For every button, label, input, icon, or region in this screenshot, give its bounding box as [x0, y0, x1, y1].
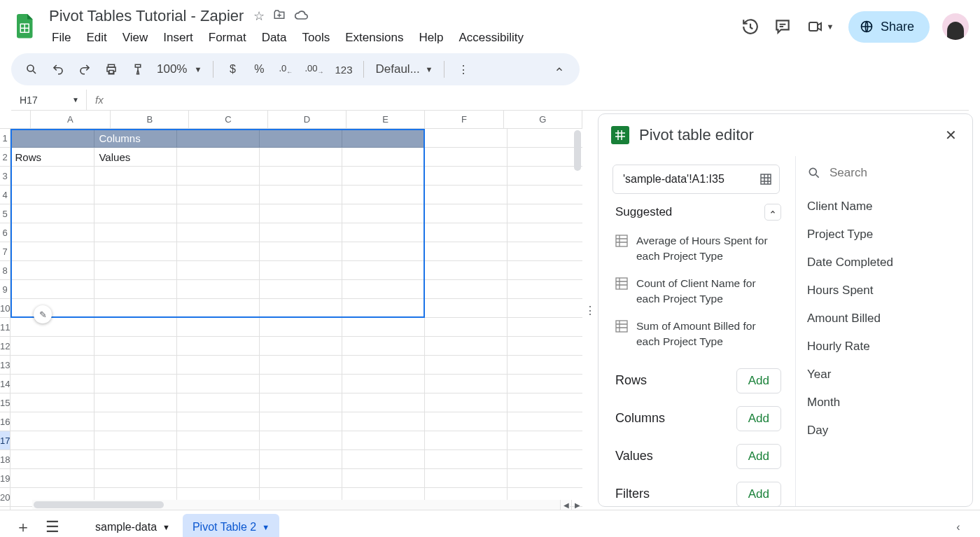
cell-D19[interactable]: [260, 469, 342, 488]
format-currency[interactable]: $: [222, 57, 243, 81]
cell-G4[interactable]: [507, 186, 582, 204]
menu-file[interactable]: File: [45, 28, 78, 48]
col-header-F[interactable]: F: [425, 111, 503, 128]
cell-A17[interactable]: [10, 431, 94, 450]
cell-F9[interactable]: [425, 280, 507, 299]
undo-icon[interactable]: [48, 57, 69, 81]
cell-A15[interactable]: [10, 393, 94, 412]
menu-extensions[interactable]: Extensions: [338, 28, 410, 48]
history-icon[interactable]: [741, 17, 760, 36]
field-month[interactable]: Month: [807, 389, 961, 417]
cell-B2[interactable]: Values: [94, 148, 177, 167]
zoom-select[interactable]: 100%▼: [154, 57, 204, 81]
sheets-logo[interactable]: [11, 13, 39, 41]
font-select[interactable]: Defaul...▼: [372, 57, 435, 81]
cell-A1[interactable]: [10, 129, 94, 148]
cell-A14[interactable]: [10, 375, 94, 393]
cell-G7[interactable]: [507, 242, 582, 261]
cell-G17[interactable]: [507, 431, 582, 450]
field-hours-spent[interactable]: Hours Spent: [807, 277, 961, 305]
document-title[interactable]: Pivot Tables Tutorial - Zapier: [45, 6, 248, 27]
vertical-scrollbar[interactable]: [574, 130, 581, 171]
cell-D13[interactable]: [260, 356, 342, 375]
row-header-11[interactable]: 11: [0, 318, 10, 337]
cell-E10[interactable]: [342, 299, 425, 318]
col-header-A[interactable]: A: [31, 111, 111, 128]
decrease-decimal-icon[interactable]: .0←: [275, 57, 296, 81]
cell-D10[interactable]: [260, 299, 342, 318]
row-header-16[interactable]: 16: [0, 412, 10, 431]
cell-G11[interactable]: [507, 318, 582, 337]
cell-E13[interactable]: [342, 356, 425, 375]
col-header-D[interactable]: D: [268, 111, 346, 128]
cell-A2[interactable]: Rows: [10, 148, 94, 167]
row-header-7[interactable]: 7: [0, 242, 10, 261]
cell-E8[interactable]: [342, 261, 425, 280]
cell-F8[interactable]: [425, 261, 507, 280]
cell-G18[interactable]: [507, 450, 582, 469]
cell-E16[interactable]: [342, 412, 425, 431]
field-amount-billed[interactable]: Amount Billed: [807, 305, 961, 333]
suggestion-2[interactable]: Count of Client Name for each Project Ty…: [612, 270, 784, 313]
cell-B3[interactable]: [94, 167, 177, 186]
suggestion-1[interactable]: Average of Hours Spent for each Project …: [612, 228, 784, 270]
menu-edit[interactable]: Edit: [79, 28, 113, 48]
increase-decimal-icon[interactable]: .00→: [302, 57, 326, 81]
cell-C2[interactable]: [177, 148, 260, 167]
cell-D8[interactable]: [260, 261, 342, 280]
cell-D14[interactable]: [260, 375, 342, 393]
cell-B18[interactable]: [94, 450, 177, 469]
field-date-completed[interactable]: Date Completed: [807, 249, 961, 277]
cell-F15[interactable]: [425, 393, 507, 412]
cell-F3[interactable]: [425, 167, 507, 186]
cell-D2[interactable]: [260, 148, 342, 167]
field-year[interactable]: Year: [807, 361, 961, 389]
select-range-icon[interactable]: [760, 173, 772, 186]
col-header-G[interactable]: G: [504, 111, 582, 128]
cell-B15[interactable]: [94, 393, 177, 412]
name-box[interactable]: H17▼: [11, 90, 87, 110]
format-percent[interactable]: %: [248, 57, 270, 81]
cell-F6[interactable]: [425, 223, 507, 242]
cell-D7[interactable]: [260, 242, 342, 261]
row-header-19[interactable]: 19: [0, 469, 10, 488]
cell-A12[interactable]: [10, 337, 94, 356]
cell-A5[interactable]: [10, 204, 94, 223]
row-header-6[interactable]: 6: [0, 223, 10, 242]
cell-E4[interactable]: [342, 186, 425, 204]
cell-A8[interactable]: [10, 261, 94, 280]
cell-C9[interactable]: [177, 280, 260, 299]
search-menus-icon[interactable]: [21, 57, 42, 81]
add-sheet-icon[interactable]: ＋: [10, 514, 36, 538]
cell-E3[interactable]: [342, 167, 425, 186]
cell-G1[interactable]: [507, 129, 582, 148]
share-button[interactable]: Share: [848, 11, 930, 43]
cell-E7[interactable]: [342, 242, 425, 261]
cell-D4[interactable]: [260, 186, 342, 204]
cell-E5[interactable]: [342, 204, 425, 223]
print-icon[interactable]: [101, 57, 122, 81]
field-day[interactable]: Day: [807, 417, 961, 445]
cell-E15[interactable]: [342, 393, 425, 412]
cell-A16[interactable]: [10, 412, 94, 431]
sheet-tab-sample-data[interactable]: sample-data▼: [85, 514, 180, 538]
cell-F10[interactable]: [425, 299, 507, 318]
cell-F7[interactable]: [425, 242, 507, 261]
cell-A6[interactable]: [10, 223, 94, 242]
add-columns-button[interactable]: Add: [736, 406, 781, 431]
cell-F19[interactable]: [425, 469, 507, 488]
col-header-B[interactable]: B: [111, 111, 189, 128]
cell-F13[interactable]: [425, 356, 507, 375]
cell-G9[interactable]: [507, 280, 582, 299]
cell-C1[interactable]: [177, 129, 260, 148]
cell-G16[interactable]: [507, 412, 582, 431]
cell-F18[interactable]: [425, 450, 507, 469]
cell-B1[interactable]: Columns: [94, 129, 177, 148]
cell-F4[interactable]: [425, 186, 507, 204]
cell-G10[interactable]: [507, 299, 582, 318]
cell-G19[interactable]: [507, 469, 582, 488]
menu-tools[interactable]: Tools: [295, 28, 337, 48]
cell-C11[interactable]: [177, 318, 260, 337]
add-filters-button[interactable]: Add: [736, 482, 781, 506]
horizontal-scrollbar[interactable]: [32, 500, 570, 510]
